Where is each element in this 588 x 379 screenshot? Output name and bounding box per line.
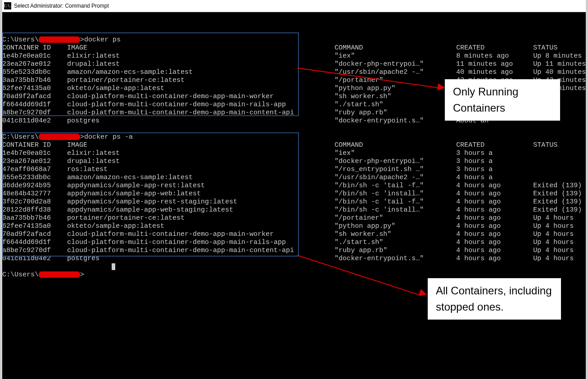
- window-titlebar[interactable]: C:\. Select Administrator: Command Promp…: [2, 0, 586, 12]
- terminal-viewport[interactable]: C:\Users\>docker ps CONTAINER ID IMAGE C…: [2, 12, 586, 379]
- cmd-window: C:\. Select Administrator: Command Promp…: [2, 0, 586, 379]
- annotation-1: Only Running Containers: [445, 79, 560, 121]
- text-cursor: [112, 263, 115, 270]
- redacted-username: [39, 271, 80, 278]
- redacted-username: [39, 36, 80, 43]
- annotation-2: All Containers, including stopped ones.: [428, 278, 561, 320]
- redacted-username: [39, 134, 80, 140]
- window-title: Select Administrator: Command Prompt: [14, 3, 109, 9]
- terminal-text[interactable]: C:\Users\>docker ps CONTAINER ID IMAGE C…: [2, 28, 586, 279]
- cmd-icon: C:\.: [4, 2, 11, 9]
